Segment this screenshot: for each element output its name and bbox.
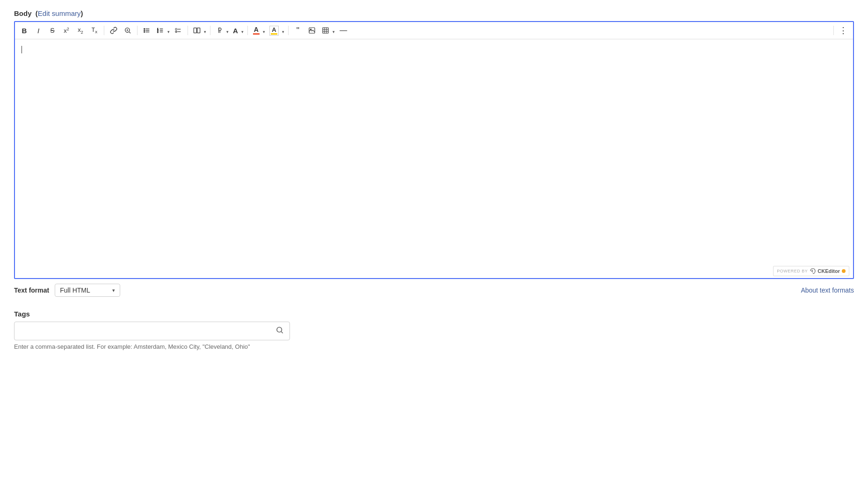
- ckeditor-brand-text: CKEditor: [817, 268, 840, 274]
- text-format-left: Text format Full HTML ▾: [14, 284, 120, 297]
- svg-point-1: [144, 29, 145, 29]
- toolbar-divider-6: [288, 26, 289, 35]
- editor-wrapper: B I S x2 x2 Tx: [14, 21, 854, 279]
- text-format-row: Text format Full HTML ▾ About text forma…: [14, 284, 854, 297]
- columns-icon: [193, 27, 201, 34]
- link-icon: [110, 27, 117, 34]
- font-size-button[interactable]: A ▾: [231, 24, 245, 37]
- ckeditor-logo-icon: [810, 268, 816, 274]
- paragraph-format-button[interactable]: ▾: [213, 24, 230, 37]
- svg-point-3: [144, 31, 145, 32]
- find-replace-icon: [124, 27, 131, 34]
- horizontal-rule-button[interactable]: —: [337, 24, 350, 37]
- editor-footer: POWERED BY CKEditor: [15, 264, 853, 278]
- toolbar-divider-2: [137, 26, 137, 35]
- link-button[interactable]: [107, 24, 120, 37]
- text-cursor: [22, 46, 22, 53]
- insert-table-icon: [322, 27, 329, 34]
- task-list-button[interactable]: [172, 24, 185, 37]
- search-icon: [270, 322, 289, 340]
- toolbar-divider-4: [210, 26, 210, 35]
- body-label-text: Body: [14, 9, 32, 17]
- insert-image-button[interactable]: [305, 24, 318, 37]
- remove-format-button[interactable]: Tx: [88, 24, 101, 37]
- insert-image-icon: [308, 27, 316, 34]
- tags-section: Tags Enter a comma-separated list. For e…: [14, 310, 854, 350]
- bold-button[interactable]: B: [18, 24, 31, 37]
- background-color-button[interactable]: A ▾: [267, 24, 285, 37]
- editor-toolbar: B I S x2 x2 Tx: [15, 22, 853, 39]
- body-label: Body (Edit summary): [14, 9, 854, 17]
- tags-input-wrapper: [14, 322, 290, 340]
- text-format-select[interactable]: Full HTML ▾: [55, 284, 120, 297]
- superscript-button[interactable]: x2: [60, 24, 73, 37]
- find-replace-button[interactable]: [121, 24, 134, 37]
- toolbar-divider-last: [833, 26, 834, 35]
- subscript-button[interactable]: x2: [74, 24, 87, 37]
- svg-rect-18: [197, 28, 200, 33]
- tags-hint: Enter a comma-separated list. For exampl…: [14, 343, 854, 350]
- italic-button[interactable]: I: [32, 24, 45, 37]
- edit-summary-link[interactable]: Edit summary: [38, 9, 81, 17]
- numbered-list-button[interactable]: 1 2 3 ▾: [154, 24, 171, 37]
- strikethrough-button[interactable]: S: [46, 24, 59, 37]
- tags-label: Tags: [14, 310, 854, 318]
- svg-rect-13: [175, 29, 177, 30]
- chevron-down-icon: ▾: [112, 287, 115, 294]
- columns-button[interactable]: ▾: [191, 24, 207, 37]
- toolbar-divider-5: [247, 26, 248, 35]
- svg-text:3: 3: [157, 31, 159, 33]
- svg-rect-23: [323, 28, 328, 33]
- toolbar-divider-1: [104, 26, 104, 35]
- toolbar-divider-3: [188, 26, 188, 35]
- more-options-button[interactable]: ⋮: [837, 24, 850, 37]
- tags-input[interactable]: [14, 323, 270, 339]
- ckeditor-dot: [842, 269, 846, 273]
- paragraph-format-icon: [216, 27, 223, 34]
- powered-by-text: POWERED BY: [777, 269, 808, 273]
- editor-content-area[interactable]: [15, 39, 853, 264]
- about-text-formats-link[interactable]: About text formats: [801, 286, 854, 294]
- task-list-icon: [174, 27, 182, 34]
- svg-point-28: [277, 327, 282, 332]
- bullet-list-button[interactable]: [140, 24, 153, 37]
- text-format-label: Text format: [14, 286, 49, 294]
- insert-table-button[interactable]: ▾: [319, 24, 336, 37]
- font-color-button[interactable]: A ▾: [251, 24, 266, 37]
- ckeditor-badge: POWERED BY CKEditor: [773, 266, 849, 276]
- numbered-list-icon: 1 2 3: [157, 27, 164, 34]
- text-format-selected-value: Full HTML: [60, 286, 103, 294]
- svg-rect-17: [194, 28, 196, 33]
- blockquote-button[interactable]: ": [291, 24, 304, 37]
- svg-point-2: [144, 30, 145, 31]
- bullet-list-icon: [143, 27, 151, 34]
